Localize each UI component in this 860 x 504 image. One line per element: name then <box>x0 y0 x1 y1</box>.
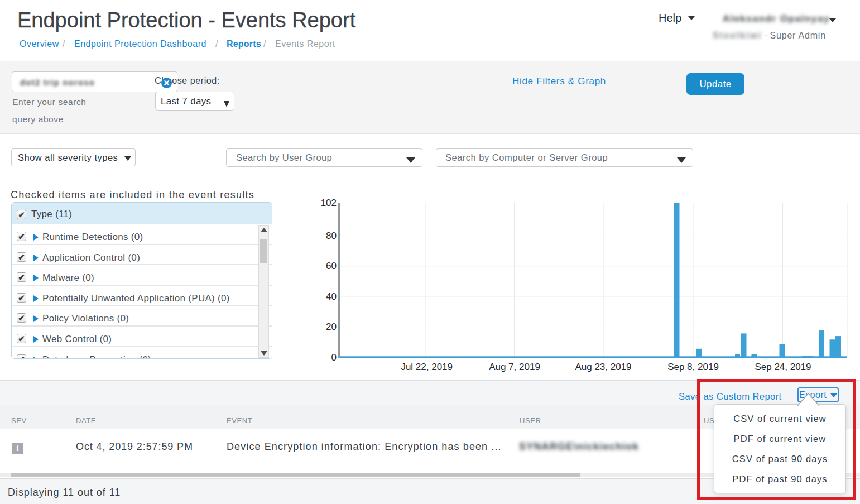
svg-text:80: 80 <box>326 231 337 241</box>
svg-text:Aug 7, 2019: Aug 7, 2019 <box>489 362 540 372</box>
svg-text:Sep 8, 2019: Sep 8, 2019 <box>667 362 719 372</box>
svg-text:20: 20 <box>326 321 337 332</box>
svg-text:0: 0 <box>331 352 337 363</box>
svg-text:40: 40 <box>326 291 337 302</box>
svg-text:102: 102 <box>321 198 337 208</box>
svg-text:Sep 24, 2019: Sep 24, 2019 <box>755 362 811 372</box>
svg-text:60: 60 <box>326 261 337 271</box>
svg-text:Jul 22, 2019: Jul 22, 2019 <box>401 362 453 372</box>
svg-text:Aug 23, 2019: Aug 23, 2019 <box>575 362 631 372</box>
